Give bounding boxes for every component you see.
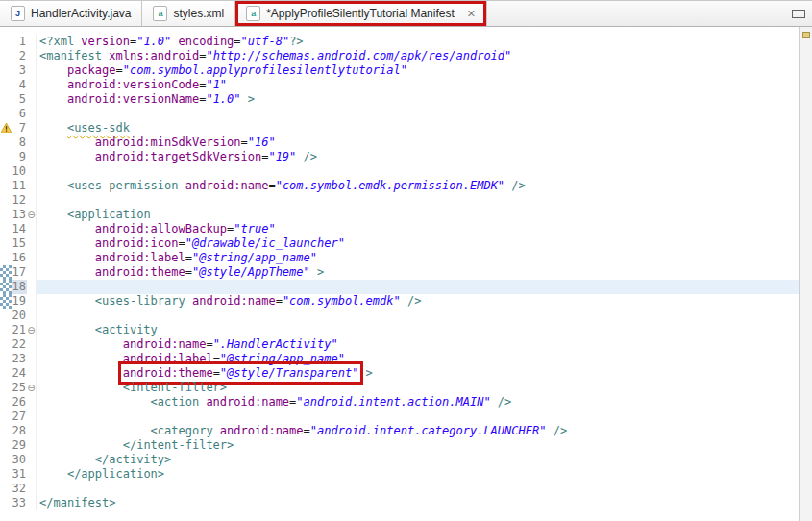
fold-spacer: [27, 63, 37, 78]
code-text[interactable]: [37, 193, 800, 208]
code-line[interactable]: 14 android:allowBackup="true": [0, 222, 800, 236]
code-line[interactable]: 2<manifest xmlns:android="http://schemas…: [0, 49, 800, 63]
fold-collapse-icon[interactable]: ⊖: [27, 381, 37, 395]
gutter-annotation: [0, 337, 12, 352]
android-manifest-file-icon: a: [246, 6, 260, 21]
tab-styles-xml[interactable]: a styles.xml: [142, 1, 235, 26]
maximize-icon[interactable]: [792, 10, 805, 18]
gutter-annotation: [0, 395, 12, 409]
code-line[interactable]: 4 android:versionCode="1": [0, 78, 800, 92]
code-line[interactable]: 8 android:minSdkVersion="16": [0, 136, 800, 150]
code-text[interactable]: android:targetSdkVersion="19" />: [37, 150, 800, 164]
line-number: 32: [12, 482, 27, 496]
code-line[interactable]: 25⊖ <intent-filter>: [0, 381, 800, 395]
code-line[interactable]: 23 android:label="@string/app_name": [0, 352, 800, 366]
code-line[interactable]: 5 android:versionName="1.0" >: [0, 92, 800, 107]
code-editor[interactable]: 1<?xml version="1.0" encoding="utf-8"?>2…: [0, 27, 812, 521]
code-line[interactable]: 32: [0, 482, 800, 496]
code-line[interactable]: 12: [0, 193, 800, 208]
code-line[interactable]: 7 <uses-sdk: [0, 121, 800, 136]
fold-spacer: [27, 366, 37, 381]
code-line[interactable]: 10: [0, 164, 800, 179]
code-line[interactable]: 17 android:theme="@style/AppTheme" >: [0, 265, 800, 280]
close-icon[interactable]: ✕: [467, 9, 476, 19]
tab-manifest-active[interactable]: a *ApplyProfileSilentlyTutorial Manifest…: [235, 1, 487, 26]
code-line[interactable]: 26 <action android:name="android.intent.…: [0, 395, 800, 409]
code-line[interactable]: 28 <category android:name="android.inten…: [0, 424, 800, 438]
code-text[interactable]: <category android:name="android.intent.c…: [37, 424, 800, 438]
code-text[interactable]: <intent-filter>: [37, 381, 800, 395]
fold-spacer: [27, 294, 37, 309]
code-line[interactable]: 13⊖ <application: [0, 208, 800, 222]
fold-spacer: [27, 337, 37, 352]
code-line[interactable]: 3 package="com.symbol.applyprofilesilent…: [0, 63, 800, 78]
code-text[interactable]: </manifest>: [37, 496, 800, 510]
line-number: 10: [12, 164, 27, 179]
fold-spacer: [27, 78, 37, 92]
code-text[interactable]: [37, 280, 800, 294]
code-text[interactable]: <activity: [37, 323, 800, 337]
code-text[interactable]: <application: [37, 208, 800, 222]
code-line[interactable]: 16 android:label="@string/app_name": [0, 251, 800, 265]
code-line[interactable]: 18: [0, 280, 800, 294]
code-text[interactable]: </activity>: [37, 453, 800, 467]
code-line[interactable]: 30 </activity>: [0, 453, 800, 467]
code-line[interactable]: 9 android:targetSdkVersion="19" />: [0, 150, 800, 164]
code-text[interactable]: package="com.symbol.applyprofilesilently…: [37, 63, 800, 78]
line-number: 29: [12, 438, 27, 453]
line-number: 16: [12, 251, 27, 265]
code-line[interactable]: 6: [0, 107, 800, 121]
code-text[interactable]: <uses-permission android:name="com.symbo…: [37, 179, 800, 193]
gutter-annotation: [0, 251, 12, 265]
code-line[interactable]: 1<?xml version="1.0" encoding="utf-8"?>: [0, 35, 800, 49]
code-text[interactable]: android:label="@string/app_name": [37, 251, 800, 265]
fold-collapse-icon[interactable]: ⊖: [27, 323, 37, 337]
fold-collapse-icon[interactable]: ⊖: [27, 208, 37, 222]
code-text[interactable]: </application>: [37, 467, 800, 482]
gutter-annotation: [0, 424, 12, 438]
code-text[interactable]: [37, 164, 800, 179]
overview-warning-marker: [802, 32, 810, 38]
gutter-annotation: [0, 482, 12, 496]
fold-spacer: [27, 409, 37, 424]
fold-spacer: [27, 136, 37, 150]
code-line[interactable]: 24 android:theme="@style/Transparent" >: [0, 366, 800, 381]
fold-spacer: [27, 453, 37, 467]
code-text[interactable]: <action android:name="android.intent.act…: [37, 395, 800, 409]
code-text[interactable]: android:versionName="1.0" >: [37, 92, 800, 107]
code-text[interactable]: android:allowBackup="true": [37, 222, 800, 236]
code-line[interactable]: 15 android:icon="@drawable/ic_launcher": [0, 236, 800, 251]
code-text[interactable]: [37, 107, 800, 121]
code-line[interactable]: 19 <uses-library android:name="com.symbo…: [0, 294, 800, 309]
code-line[interactable]: 20: [0, 309, 800, 323]
fold-spacer: [27, 467, 37, 482]
code-text[interactable]: <uses-sdk: [37, 121, 800, 136]
code-text[interactable]: [37, 409, 800, 424]
code-text[interactable]: [37, 482, 800, 496]
line-number: 26: [12, 395, 27, 409]
code-line[interactable]: 31 </application>: [0, 467, 800, 482]
code-text[interactable]: [37, 309, 800, 323]
line-number: 22: [12, 337, 27, 352]
tab-handleractivity-java[interactable]: J HandlerActivity.java: [0, 1, 142, 26]
code-text[interactable]: android:theme="@style/AppTheme" >: [37, 265, 800, 280]
code-text[interactable]: android:name=".HandlerActivity": [37, 337, 800, 352]
code-line[interactable]: 21⊖ <activity: [0, 323, 800, 337]
code-text[interactable]: </intent-filter>: [37, 438, 800, 453]
code-text[interactable]: android:theme="@style/Transparent" >: [37, 366, 800, 381]
code-line[interactable]: 29 </intent-filter>: [0, 438, 800, 453]
code-text[interactable]: android:label="@string/app_name": [37, 352, 800, 366]
code-line[interactable]: 27: [0, 409, 800, 424]
code-text[interactable]: android:icon="@drawable/ic_launcher": [37, 236, 800, 251]
code-text[interactable]: android:versionCode="1": [37, 78, 800, 92]
code-text[interactable]: <?xml version="1.0" encoding="utf-8"?>: [37, 35, 800, 49]
code-text[interactable]: <uses-library android:name="com.symbol.e…: [37, 294, 800, 309]
overview-ruler[interactable]: [799, 27, 812, 521]
fold-spacer: [27, 164, 37, 179]
code-text[interactable]: android:minSdkVersion="16": [37, 136, 800, 150]
code-line[interactable]: 11 <uses-permission android:name="com.sy…: [0, 179, 800, 193]
code-text[interactable]: <manifest xmlns:android="http://schemas.…: [37, 49, 800, 63]
gutter-annotation: [0, 35, 12, 49]
code-line[interactable]: 22 android:name=".HandlerActivity": [0, 337, 800, 352]
code-line[interactable]: 33</manifest>: [0, 496, 800, 510]
